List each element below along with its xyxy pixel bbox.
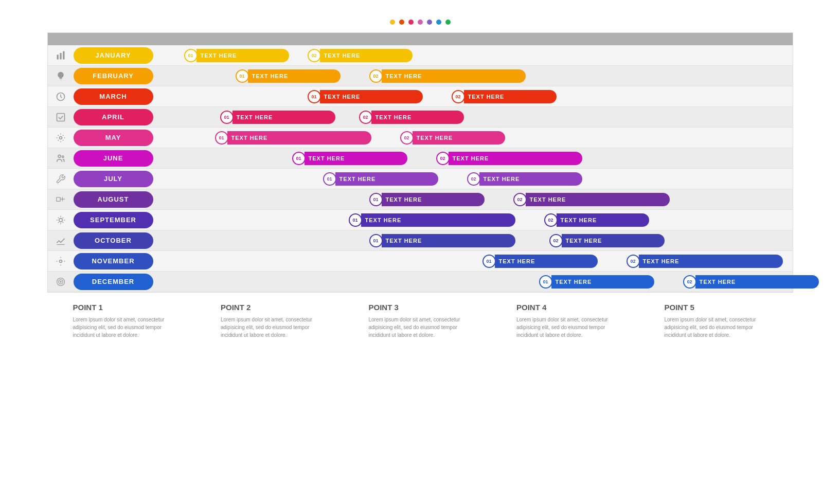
timeline-row: DECEMBER01TEXT HERE02TEXT HERE — [48, 272, 793, 292]
timeline-row: FEBRUARY01TEXT HERE02TEXT HERE — [48, 66, 793, 86]
header-dots — [390, 20, 451, 25]
bar-label: TEXT HERE — [695, 275, 819, 289]
bar-label: TEXT HERE — [320, 49, 413, 62]
point-title-2: POINT 2 — [221, 303, 324, 312]
bars-area-august: 01TEXT HERE02TEXT HERE — [153, 189, 793, 209]
bar-group: 01TEXT HERE — [236, 69, 341, 83]
bar-label: TEXT HERE — [305, 152, 407, 165]
bar-number: 02 — [683, 275, 696, 289]
month-icon-february — [48, 71, 74, 81]
point-title-5: POINT 5 — [665, 303, 767, 312]
header-dot — [427, 20, 432, 25]
bar-number: 02 — [359, 111, 372, 124]
bar-group: 02TEXT HERE — [359, 111, 464, 124]
month-label-august: AUGUST — [74, 191, 153, 208]
point-col-3: POINT 3Lorem ipsum dolor sit amet, conse… — [369, 303, 472, 339]
bar-number: 01 — [236, 69, 249, 83]
timeline-row: APRIL01TEXT HERE02TEXT HERE — [48, 107, 793, 128]
timeline-row: OCTOBER01TEXT HERE02TEXT HERE — [48, 230, 793, 251]
bar-group: 01TEXT HERE — [220, 111, 335, 124]
timeline-row: JUNE01TEXT HERE02TEXT HERE — [48, 148, 793, 169]
month-icon-june — [48, 153, 74, 164]
month-label-july: JULY — [74, 171, 153, 187]
bar-group: 01TEXT HERE — [349, 213, 515, 227]
svg-point-14 — [60, 281, 61, 282]
bar-group: 01TEXT HERE — [323, 172, 438, 186]
timeline-row: NOVEMBER01TEXT HERE02TEXT HERE — [48, 251, 793, 272]
bar-label: TEXT HERE — [320, 90, 423, 103]
bar-group: 01TEXT HERE — [292, 152, 407, 165]
month-label-december: DECEMBER — [74, 274, 153, 290]
svg-point-11 — [59, 260, 62, 262]
bar-label: TEXT HERE — [361, 213, 515, 227]
bars-area-march: 01TEXT HERE02TEXT HERE — [153, 86, 793, 106]
bar-label: TEXT HERE — [464, 90, 557, 103]
bar-label: TEXT HERE — [335, 172, 438, 186]
bar-number: 02 — [544, 213, 558, 227]
point-text-3: Lorem ipsum dolor sit amet, consectetur … — [369, 316, 472, 339]
bar-group: 02TEXT HERE — [549, 234, 665, 247]
svg-rect-2 — [63, 51, 64, 59]
svg-rect-8 — [56, 197, 60, 201]
bar-number: 02 — [452, 90, 465, 103]
month-label-may: MAY — [74, 130, 153, 146]
point-text-5: Lorem ipsum dolor sit amet, consectetur … — [665, 316, 767, 339]
bars-area-july: 01TEXT HERE02TEXT HERE — [153, 169, 793, 189]
month-icon-july — [48, 174, 74, 184]
bar-label: TEXT HERE — [233, 111, 335, 124]
bar-label: TEXT HERE — [248, 69, 341, 83]
bar-label: TEXT HERE — [557, 213, 649, 227]
bars-area-may: 01TEXT HERE02TEXT HERE — [153, 128, 793, 148]
svg-rect-4 — [57, 113, 64, 121]
bar-number: 02 — [436, 152, 450, 165]
bar-group: 01TEXT HERE — [539, 275, 654, 289]
bars-area-october: 01TEXT HERE02TEXT HERE — [153, 230, 793, 250]
bar-group: 02TEXT HERE — [452, 90, 557, 103]
month-icon-september — [48, 215, 74, 225]
header-dot — [418, 20, 423, 25]
svg-rect-0 — [57, 55, 58, 59]
bar-number: 01 — [220, 111, 234, 124]
month-label-january: JANUARY — [74, 47, 153, 64]
bar-group: 02TEXT HERE — [627, 255, 783, 268]
bars-area-january: 01TEXT HERE02TEXT HERE — [153, 45, 793, 65]
month-icon-january — [48, 50, 74, 61]
point-title-1: POINT 1 — [73, 303, 176, 312]
bar-group: 02TEXT HERE — [513, 193, 670, 206]
bar-group: 02TEXT HERE — [308, 49, 413, 62]
svg-point-6 — [58, 155, 61, 157]
bar-group: 01TEXT HERE — [184, 49, 289, 62]
bar-group: 02TEXT HERE — [544, 213, 649, 227]
bar-group: 01TEXT HERE — [369, 193, 485, 206]
bar-number: 02 — [400, 131, 414, 145]
bars-area-february: 01TEXT HERE02TEXT HERE — [153, 66, 793, 86]
point-text-1: Lorem ipsum dolor sit amet, consectetur … — [73, 316, 176, 339]
bar-label: TEXT HERE — [371, 111, 464, 124]
bar-number: 02 — [369, 69, 383, 83]
month-icon-august — [48, 194, 74, 205]
bar-label: TEXT HERE — [382, 193, 485, 206]
bar-number: 01 — [292, 152, 306, 165]
bar-number: 01 — [369, 234, 383, 247]
bar-number: 02 — [549, 234, 563, 247]
bar-number: 01 — [349, 213, 362, 227]
timeline-row: AUGUST01TEXT HERE02TEXT HERE — [48, 189, 793, 210]
bar-label: TEXT HERE — [382, 69, 526, 83]
header-dot — [408, 20, 414, 25]
bar-number: 01 — [369, 193, 383, 206]
bars-area-april: 01TEXT HERE02TEXT HERE — [153, 107, 793, 127]
point-title-3: POINT 3 — [369, 303, 472, 312]
point-col-2: POINT 2Lorem ipsum dolor sit amet, conse… — [221, 303, 324, 339]
timeline-container: JANUARY01TEXT HERE02TEXT HEREFEBRUARY01T… — [47, 32, 793, 293]
header-dot — [390, 20, 395, 25]
timeline-row: JANUARY01TEXT HERE02TEXT HERE — [48, 45, 793, 66]
bar-label: TEXT HERE — [382, 234, 515, 247]
month-label-march: MARCH — [74, 88, 153, 105]
bar-label: TEXT HERE — [495, 255, 598, 268]
bar-number: 02 — [627, 255, 640, 268]
timeline-row: JULY01TEXT HERE02TEXT HERE — [48, 169, 793, 189]
bar-label: TEXT HERE — [526, 193, 670, 206]
bar-group: 01TEXT HERE — [482, 255, 598, 268]
bar-number: 01 — [215, 131, 228, 145]
svg-point-9 — [59, 218, 62, 222]
